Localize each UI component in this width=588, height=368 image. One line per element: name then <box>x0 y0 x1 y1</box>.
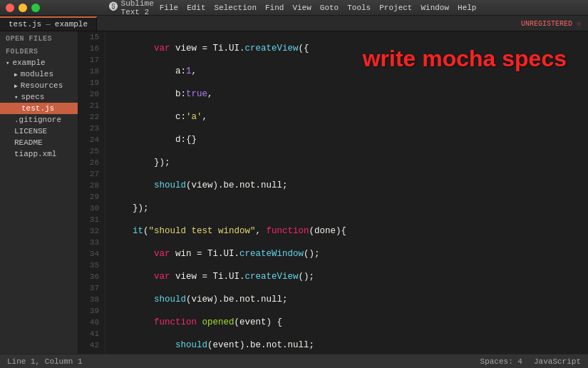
menu-tools[interactable]: Tools <box>344 4 373 12</box>
sidebar-item-specs[interactable]: specs <box>0 91 78 103</box>
open-files-label: OPEN FILES <box>0 31 78 44</box>
sidebar-item-readme[interactable]: README <box>0 137 78 148</box>
sidebar-item-testjs[interactable]: test.js <box>0 103 78 114</box>
cursor-position: Line 1, Column 1 <box>7 357 83 366</box>
titlebar-center: 🅢 Sublime Text 2 File Edit Selection Fin… <box>109 0 480 16</box>
menu-goto[interactable]: Goto <box>317 4 341 12</box>
minimize-button[interactable] <box>19 4 27 12</box>
menu-file[interactable]: File <box>157 4 181 12</box>
sidebar-item-tiapp[interactable]: tiapp.xml <box>0 148 78 160</box>
editor: write mocha specs 15 16 17 18 19 20 21 2… <box>78 31 588 354</box>
sidebar-item-label: Resources <box>21 81 63 90</box>
menu-window[interactable]: Window <box>418 4 452 12</box>
menu-find[interactable]: Find <box>262 4 287 12</box>
sidebar-item-label: specs <box>21 93 44 101</box>
sidebar-item-resources[interactable]: Resources <box>0 80 78 91</box>
code-area[interactable]: 15 16 17 18 19 20 21 22 23 24 25 26 27 2… <box>78 31 588 354</box>
chevron-right-icon <box>14 70 18 78</box>
line-numbers: 15 16 17 18 19 20 21 22 23 24 25 26 27 2… <box>78 31 105 354</box>
menu-edit[interactable]: Edit <box>184 4 208 12</box>
statusbar: Line 1, Column 1 Spaces: 4 JavaScript <box>0 354 588 368</box>
tab-bar: test.js — example UNREGISTERED ☆ <box>0 16 588 31</box>
tab-testjs[interactable]: test.js — example <box>0 16 97 31</box>
window-controls <box>6 4 40 12</box>
sidebar-item-label: modules <box>21 70 53 78</box>
titlebar: 🅢 Sublime Text 2 File Edit Selection Fin… <box>0 0 588 16</box>
tab-context-sep: — <box>46 20 51 29</box>
tab-label: test.js <box>9 20 41 29</box>
tab-context: example <box>55 20 88 29</box>
sidebar-item-label: .gitignore <box>14 116 61 124</box>
menu-help[interactable]: Help <box>455 4 479 12</box>
menu-project[interactable]: Project <box>376 4 415 12</box>
chevron-right-icon <box>14 81 18 90</box>
sidebar-item-gitignore[interactable]: .gitignore <box>0 114 78 126</box>
status-right: Spaces: 4 JavaScript <box>480 357 581 366</box>
chevron-down-icon <box>14 93 18 101</box>
unregistered-badge: UNREGISTERED ☆ <box>521 19 581 28</box>
sidebar-item-example[interactable]: example <box>0 57 78 68</box>
menu-selection[interactable]: Selection <box>212 4 259 12</box>
sidebar-item-modules[interactable]: modules <box>0 68 78 80</box>
folders-label: FOLDERS <box>0 44 78 57</box>
chevron-down-icon <box>6 58 9 67</box>
status-left: Line 1, Column 1 <box>7 357 83 366</box>
spaces-indicator[interactable]: Spaces: 4 <box>480 357 522 366</box>
menu-view[interactable]: View <box>289 4 314 12</box>
sidebar-item-label: test.js <box>21 104 54 113</box>
sidebar-item-label: example <box>12 58 45 67</box>
sidebar-item-label: README <box>14 138 43 147</box>
sidebar-item-license[interactable]: LICENSE <box>0 126 78 137</box>
app-icon: 🅢 <box>109 2 118 13</box>
close-button[interactable] <box>6 4 14 12</box>
sidebar-item-label: LICENSE <box>14 127 47 136</box>
app-title: Sublime Text 2 <box>121 0 154 16</box>
sidebar-item-label: tiapp.xml <box>14 150 56 158</box>
main-area: OPEN FILES FOLDERS example modules Resou… <box>0 31 588 354</box>
maximize-button[interactable] <box>31 4 40 12</box>
code-content[interactable]: var view = Ti.UI.createView({ a:1, b:tru… <box>105 31 588 354</box>
sidebar: OPEN FILES FOLDERS example modules Resou… <box>0 31 78 354</box>
language-indicator[interactable]: JavaScript <box>534 357 581 366</box>
